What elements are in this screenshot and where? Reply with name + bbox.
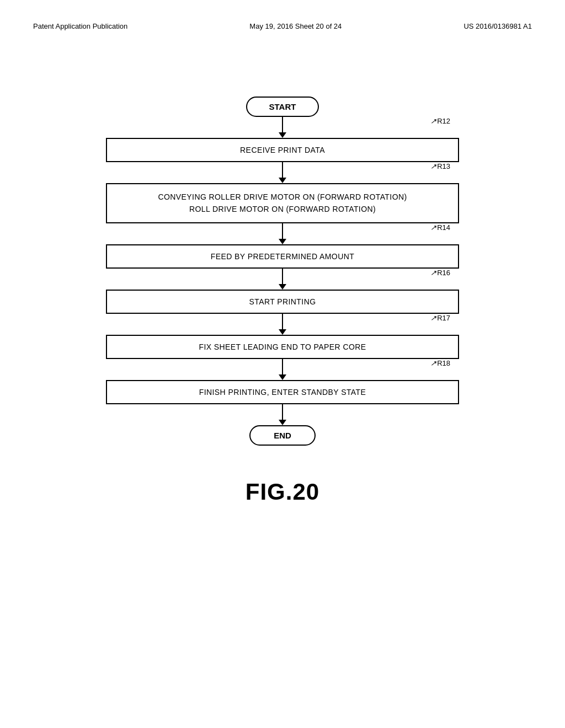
step-R17-row: FIX SHEET LEADING END TO PAPER CORE [33, 335, 532, 359]
step-receive-print-data: RECEIVE PRINT DATA [106, 138, 459, 162]
start-node: START [33, 97, 532, 117]
page: Patent Application Publication May 19, 2… [0, 0, 565, 728]
step-finish-printing: FINISH PRINTING, ENTER STANDBY STATE [106, 380, 459, 404]
patent-number-label: US 2016/0136981 A1 [463, 22, 532, 30]
ref-R12: ↗ R12 [430, 117, 450, 125]
arrow-2 [282, 162, 283, 178]
arrowhead-7 [279, 420, 286, 425]
flowchart: START ↗ R12 RECEIVE PRINT DATA ↗ R13 [33, 97, 532, 446]
step-conveying-roller: CONVEYING ROLLER DRIVE MOTOR ON (FORWARD… [106, 183, 459, 223]
page-header: Patent Application Publication May 19, 2… [33, 22, 532, 30]
figure-label: FIG.20 [33, 479, 532, 505]
arrow-1 [282, 117, 283, 132]
arrow-3 [282, 223, 283, 239]
start-terminal: START [246, 97, 319, 117]
ref-R14: ↗ R14 [430, 223, 450, 232]
ref-R17: ↗ R17 [430, 314, 450, 322]
date-sheet-label: May 19, 2016 Sheet 20 of 24 [249, 22, 342, 30]
header-right: US 2016/0136981 A1 [463, 22, 532, 30]
end-node: END [33, 425, 532, 446]
arrow-5 [282, 314, 283, 329]
arrow-7 [282, 404, 283, 420]
header-middle: May 19, 2016 Sheet 20 of 24 [249, 22, 342, 30]
step-start-printing: START PRINTING [106, 290, 459, 314]
arrow-4 [282, 269, 283, 284]
arrowhead-6 [279, 374, 286, 380]
step-feed-predetermined: FEED BY PREDETERMINED AMOUNT [106, 244, 459, 269]
header-left: Patent Application Publication [33, 22, 127, 30]
step-fix-sheet-leading-end: FIX SHEET LEADING END TO PAPER CORE [106, 335, 459, 359]
step-R16-row: START PRINTING [33, 290, 532, 314]
ref-R16: ↗ R16 [430, 269, 450, 277]
arrowhead-4 [279, 284, 286, 290]
step-R18-row: FINISH PRINTING, ENTER STANDBY STATE [33, 380, 532, 404]
arrowhead-5 [279, 329, 286, 335]
publication-label: Patent Application Publication [33, 22, 127, 30]
arrowhead-2 [279, 178, 286, 183]
arrowhead-3 [279, 239, 286, 244]
ref-R18: ↗ R18 [430, 359, 450, 367]
step-R12-row: RECEIVE PRINT DATA [33, 138, 532, 162]
arrow-6 [282, 359, 283, 374]
step-R13-row: CONVEYING ROLLER DRIVE MOTOR ON (FORWARD… [33, 183, 532, 223]
arrowhead-1 [279, 132, 286, 138]
end-terminal: END [249, 425, 316, 446]
step-R14-row: FEED BY PREDETERMINED AMOUNT [33, 244, 532, 269]
ref-R13: ↗ R13 [430, 162, 450, 170]
